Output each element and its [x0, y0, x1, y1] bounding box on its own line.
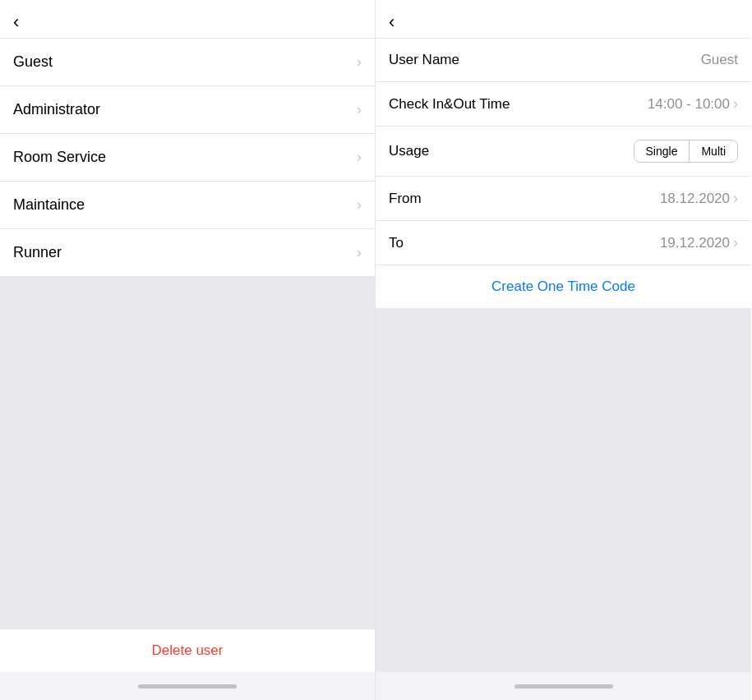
menu-list: Guest › Administrator › Room Service › M…	[0, 38, 375, 277]
delete-section: Delete user	[0, 629, 375, 672]
right-back-button[interactable]: ‹	[376, 0, 751, 38]
form-label-from: From	[389, 191, 422, 207]
menu-item-label-runner: Runner	[13, 244, 62, 261]
right-home-bar	[514, 684, 613, 688]
form-row-checkinout[interactable]: Check In&Out Time 14:00 - 10:00 ›	[376, 82, 751, 127]
form-value-checkinout: 14:00 - 10:00	[648, 96, 730, 113]
form-from-value-group: 18.12.2020 ›	[660, 190, 738, 207]
delete-user-button[interactable]: Delete user	[152, 642, 224, 658]
left-home-bar	[138, 684, 237, 688]
form-list: User Name Guest Check In&Out Time 14:00 …	[376, 38, 751, 265]
left-panel: ‹ Guest › Administrator › Room Service ›…	[0, 0, 376, 700]
chevron-icon-guest: ›	[357, 53, 362, 71]
usage-toggle: Single Multi	[634, 140, 738, 163]
chevron-icon-to: ›	[733, 234, 738, 251]
left-gray-area	[0, 277, 375, 629]
menu-item-label-guest: Guest	[13, 53, 53, 71]
right-home-indicator	[376, 672, 751, 700]
form-row-username: User Name Guest	[376, 38, 751, 82]
chevron-icon-checkinout: ›	[733, 95, 738, 113]
left-home-indicator	[0, 672, 375, 700]
chevron-icon-administrator: ›	[357, 101, 362, 118]
form-row-from[interactable]: From 18.12.2020 ›	[376, 177, 751, 221]
form-value-to: 19.12.2020	[660, 235, 730, 251]
chevron-icon-room-service: ›	[357, 149, 362, 166]
form-checkinout-value-group: 14:00 - 10:00 ›	[648, 95, 738, 113]
right-gray-area	[376, 308, 751, 672]
form-row-to[interactable]: To 19.12.2020 ›	[376, 221, 751, 265]
form-row-usage: Usage Single Multi	[376, 127, 751, 177]
form-value-from: 18.12.2020	[660, 191, 730, 207]
create-one-time-code-button[interactable]: Create One Time Code	[491, 279, 635, 294]
form-value-username: Guest	[701, 52, 738, 68]
menu-item-maintaince[interactable]: Maintaince ›	[0, 182, 375, 229]
menu-item-runner[interactable]: Runner ›	[0, 229, 375, 277]
menu-item-label-maintaince: Maintaince	[13, 196, 85, 214]
chevron-icon-maintaince: ›	[357, 196, 362, 214]
form-label-usage: Usage	[389, 143, 429, 159]
menu-item-administrator[interactable]: Administrator ›	[0, 86, 375, 134]
menu-item-label-room-service: Room Service	[13, 149, 106, 166]
form-label-username: User Name	[389, 52, 459, 68]
chevron-icon-runner: ›	[357, 244, 362, 261]
create-btn-row: Create One Time Code	[376, 265, 751, 308]
toggle-single[interactable]: Single	[634, 140, 690, 162]
menu-item-label-administrator: Administrator	[13, 101, 100, 118]
chevron-icon-from: ›	[733, 190, 738, 207]
form-to-value-group: 19.12.2020 ›	[660, 234, 738, 251]
right-panel: ‹ User Name Guest Check In&Out Time 14:0…	[376, 0, 751, 700]
menu-item-room-service[interactable]: Room Service ›	[0, 134, 375, 182]
form-label-to: To	[389, 235, 404, 251]
left-back-button[interactable]: ‹	[0, 0, 375, 38]
menu-item-guest[interactable]: Guest ›	[0, 38, 375, 86]
toggle-multi[interactable]: Multi	[690, 140, 737, 162]
form-label-checkinout: Check In&Out Time	[389, 96, 510, 113]
